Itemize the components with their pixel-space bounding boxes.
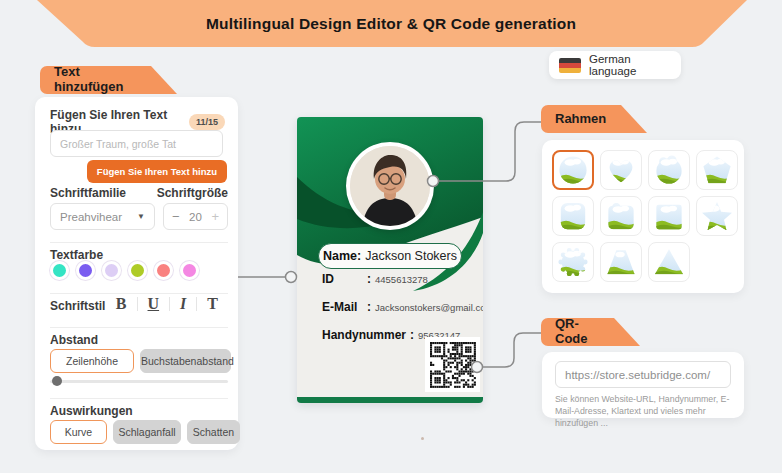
text-input[interactable] — [50, 130, 223, 157]
id-card-preview[interactable]: Name: Jackson Stokers ID : 4455613278 E-… — [297, 117, 483, 403]
color-swatches — [50, 261, 199, 280]
qr-helper-text: Sie können Website-URL, Handynummer, E-M… — [555, 394, 735, 430]
text-case-button[interactable]: T — [197, 295, 228, 313]
frame-thumbnail-heart[interactable] — [600, 150, 642, 190]
color-swatch-pink[interactable] — [180, 261, 199, 280]
separator: : — [410, 328, 414, 342]
font-size-value: 20 — [189, 211, 202, 223]
bold-button[interactable]: B — [106, 295, 137, 313]
spacing-label: Abstand — [50, 333, 98, 347]
curve-effect-button[interactable]: Kurve — [50, 420, 107, 444]
german-flag-icon — [559, 58, 581, 73]
stroke-effect-button[interactable]: Schlaganfall — [113, 420, 181, 444]
color-swatch-lavender[interactable] — [102, 261, 121, 280]
spacing-slider[interactable] — [50, 380, 228, 383]
underline-button[interactable]: U — [138, 295, 170, 313]
id-value: 4455613278 — [375, 274, 428, 285]
italic-button[interactable]: I — [170, 295, 196, 313]
language-selector[interactable]: German language — [549, 51, 681, 79]
qr-code-image[interactable] — [425, 337, 480, 392]
font-labels-row: Schriftfamilie Schriftgröße — [50, 186, 228, 200]
divider — [50, 327, 228, 328]
line-height-button[interactable]: Zeilenhöhe — [50, 349, 134, 373]
text-section-tag: Text hinzufügen — [40, 66, 177, 94]
text-color-label: Textfarbe — [50, 248, 103, 262]
frames-section-tag: Rahmen — [541, 105, 647, 133]
frames-panel — [542, 140, 744, 293]
frame-thumbnail-square[interactable] — [648, 196, 690, 236]
color-swatch-lime[interactable] — [128, 261, 147, 280]
increase-size-button[interactable]: + — [211, 210, 219, 223]
font-size-stepper: − 20 + — [163, 203, 228, 230]
frame-thumbnail-sun[interactable] — [552, 242, 594, 282]
color-swatch-purple[interactable] — [76, 261, 95, 280]
text-tools-panel: Fügen Sie Ihren Text hinzu 11/15 Fügen S… — [35, 97, 238, 450]
char-counter-badge: 11/15 — [189, 114, 225, 130]
shadow-effect-button[interactable]: Schatten — [187, 420, 240, 444]
qr-section-tag: QR-Code — [541, 318, 640, 346]
top-banner: Multilingual Design Editor & QR Code gen… — [0, 0, 782, 48]
qr-section-tag-label: QR-Code — [555, 316, 610, 346]
add-text-button[interactable]: Fügen Sie Ihren Text hinzu — [87, 160, 227, 183]
text-section-tag-label: Text hinzufügen — [54, 64, 147, 94]
effects-label: Auswirkungen — [50, 404, 133, 418]
card-footer-bar — [297, 397, 483, 403]
separator: : — [367, 272, 371, 286]
font-style-buttons: B U I T — [106, 295, 228, 313]
divider — [50, 242, 228, 243]
decorative-dot — [421, 437, 424, 440]
chevron-down-icon: ▼ — [137, 212, 145, 221]
decrease-size-button[interactable]: − — [172, 210, 180, 223]
frame-thumbnail-rounded-square[interactable] — [552, 196, 594, 236]
language-label: German language — [589, 53, 671, 77]
letter-spacing-button[interactable]: Buchstabenabstand — [140, 349, 231, 373]
separator: : — [367, 300, 371, 314]
id-label: ID — [322, 272, 363, 286]
name-label: Name: — [323, 249, 361, 263]
profile-photo — [346, 142, 434, 230]
page-title: Multilingual Design Editor & QR Code gen… — [0, 0, 782, 47]
email-field[interactable]: E-Mail : Jacksonstokers@gmail.com — [322, 300, 477, 328]
name-field[interactable]: Name: Jackson Stokers — [318, 243, 462, 269]
qr-code-panel: Sie können Website-URL, Handynummer, E-M… — [542, 352, 744, 418]
phone-label: Handynummer — [322, 328, 406, 342]
frame-thumbnail-triangle[interactable] — [648, 242, 690, 282]
person-avatar-illustration — [350, 146, 430, 226]
font-family-value: Preahvihear — [60, 211, 122, 223]
name-value: Jackson Stokers — [365, 249, 457, 263]
id-field[interactable]: ID : 4455613278 — [322, 272, 477, 300]
font-style-label: Schriftstil — [50, 299, 105, 313]
frames-grid — [552, 150, 734, 282]
qr-url-input[interactable] — [555, 361, 731, 388]
divider — [50, 293, 228, 294]
font-family-label: Schriftfamilie — [50, 186, 157, 200]
color-swatch-salmon[interactable] — [154, 261, 173, 280]
email-value: Jacksonstokers@gmail.com — [375, 302, 483, 313]
connector-dot-left — [286, 272, 297, 283]
color-swatch-teal[interactable] — [50, 261, 69, 280]
frame-thumbnail-star[interactable] — [696, 196, 738, 236]
email-label: E-Mail — [322, 300, 363, 314]
font-family-dropdown[interactable]: Preahvihear ▼ — [50, 203, 155, 230]
frame-thumbnail-trapezoid[interactable] — [600, 242, 642, 282]
effects-buttons: Kurve Schlaganfall Schatten — [50, 420, 230, 444]
frames-section-tag-label: Rahmen — [555, 111, 606, 126]
spacing-buttons: Zeilenhöhe Buchstabenabstand — [50, 349, 230, 373]
slider-thumb[interactable] — [52, 376, 62, 386]
frame-thumbnail-arch-square[interactable] — [600, 196, 642, 236]
frame-thumbnail-circle[interactable] — [552, 150, 594, 190]
font-size-label: Schriftgröße — [157, 186, 228, 200]
divider — [50, 398, 228, 399]
frame-thumbnail-cloud-circle[interactable] — [648, 150, 690, 190]
frame-thumbnail-pentagon[interactable] — [696, 150, 738, 190]
